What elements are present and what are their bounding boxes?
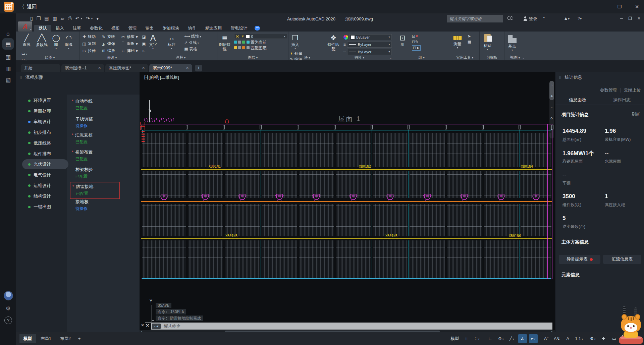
new-layout-button[interactable]: + [75, 336, 83, 341]
minimize-button[interactable]: ─ [598, 4, 606, 9]
close-tab-icon[interactable]: ✕ [98, 64, 101, 72]
ribbon-tab[interactable]: 智电设计 [226, 25, 252, 32]
process-step[interactable]: 初步排布 [16, 127, 70, 137]
layer-dropdown[interactable]: ⦿ ☀ 0 ▾ [234, 34, 287, 39]
login-caret-icon[interactable]: ▾ [543, 16, 545, 19]
object-color-dropdown[interactable]: ByLayer▾ [350, 34, 392, 40]
element-section-title[interactable]: 元素信息 [561, 272, 580, 278]
annotation-autoscale-toggle[interactable]: A↯ [553, 334, 561, 343]
viewport-visual-style-control[interactable]: [二维线框] [160, 75, 179, 80]
library-icon[interactable]: ▥ [0, 64, 16, 74]
array-button[interactable]: ∷阵列▾ [121, 47, 142, 54]
linear-dim-button[interactable]: ⟷ 线性▾ [184, 34, 201, 39]
match-layer-button[interactable]: 匹配图层 [234, 46, 287, 50]
projects-icon[interactable]: ▤ [0, 40, 16, 50]
table-button[interactable]: ▦ 表格 [184, 47, 201, 51]
fillet-button[interactable]: ⌒圆角▾ [121, 40, 142, 47]
polyline-button[interactable]: ╱╲ 多段线 [34, 33, 50, 47]
view-expand-icon[interactable]: ⌄ [522, 57, 525, 60]
ortho-mode-toggle[interactable]: ∟ [486, 334, 495, 343]
base-point-button[interactable]: 基点▾ [504, 33, 520, 52]
process-step[interactable]: 低压线路 [16, 138, 70, 148]
process-substep[interactable]: *防雷接地已配置 [70, 182, 120, 199]
ribbon-tab[interactable]: 视图 [107, 25, 124, 32]
parameter-manage-link[interactable]: 参数管理 [600, 88, 617, 93]
tab-info-panel[interactable]: 信息面板 [555, 96, 600, 105]
command-close-icon[interactable]: ✕ [141, 323, 144, 328]
rotate-button[interactable]: ↻旋转 [101, 33, 121, 40]
snap-mode-toggle[interactable]: ∷▾ [473, 334, 482, 343]
mirror-button[interactable]: ◭镜像 [101, 40, 121, 47]
settings-gear-icon[interactable]: ⚙ [0, 304, 16, 314]
properties-group-label[interactable]: 特性▾ [326, 55, 393, 60]
process-substep[interactable]: *桥架布置已配置 [72, 149, 125, 162]
process-step[interactable]: 运维设计 [16, 181, 70, 191]
home-icon[interactable]: ⌂ [0, 29, 16, 39]
ribbon-tab[interactable]: 插入 [51, 25, 68, 32]
zoom-icon[interactable]: ⌕ [549, 106, 554, 109]
process-step[interactable]: 屋面处理 [16, 106, 70, 116]
process-step[interactable]: 环境设置 [16, 96, 70, 106]
trim-button[interactable]: ✂修剪▾ [121, 33, 142, 40]
viewport-view-control[interactable]: [俯视] [149, 75, 159, 80]
ribbon-tab[interactable]: 协作 [184, 25, 201, 32]
process-substep[interactable]: *自动串线已配置 [72, 98, 125, 111]
autodesk-account-icon[interactable]: ▲▾ [564, 16, 570, 21]
layout-tab[interactable]: 布局1 [37, 334, 55, 343]
ribbon-tab[interactable]: 参数化 [86, 25, 107, 32]
process-substep[interactable]: *汇流复核已配置 [72, 132, 125, 145]
process-step[interactable]: 组件排布 [16, 149, 70, 159]
command-prompt-icon[interactable]: ▭▾ [152, 324, 161, 329]
model-space-label[interactable]: 模型 [450, 334, 460, 343]
ribbon-tab[interactable]: 附加模块 [158, 25, 184, 32]
text-button[interactable]: A 文字▾ [144, 33, 162, 50]
annotation-scale-toggle[interactable]: 1:1▾ [574, 334, 584, 343]
annotate-group-label[interactable]: 注释▾ [144, 55, 217, 60]
paste-button[interactable]: 粘贴▾ [480, 33, 495, 51]
pan-icon[interactable]: ✚ [549, 95, 554, 98]
block-group-label[interactable]: 块▾ [288, 55, 326, 60]
process-step[interactable]: 结构设计 [16, 191, 70, 201]
orbit-icon[interactable]: ⟳ [549, 117, 554, 120]
acad-restore-button[interactable]: ❐ [628, 16, 632, 21]
group-edit-button[interactable]: ⊡✎ [412, 40, 421, 44]
tab-operation-log[interactable]: 操作日志 [600, 96, 644, 105]
dimension-button[interactable]: ↔ 标注▾ [163, 33, 180, 50]
isolate-objects-toggle[interactable]: ✚ [599, 334, 608, 343]
utilities-group-label[interactable]: 实用工具▾ [450, 55, 479, 60]
process-step[interactable]: 一键出图 [16, 202, 70, 212]
osnap-tracking-toggle[interactable]: ∠ [518, 334, 527, 343]
isodraft-toggle[interactable]: ╱▾ [507, 334, 516, 343]
process-step[interactable]: 电气设计 [16, 170, 70, 180]
ribbon-tab[interactable]: 管理 [124, 25, 141, 32]
process-step[interactable]: 光伏设计 [16, 159, 70, 169]
draw-group-label[interactable]: 绘图▾ [20, 55, 79, 60]
copy-button[interactable]: ◫复制 [82, 40, 101, 47]
process-substep[interactable]: 桥架校验已配置 [72, 167, 125, 179]
drawings-icon[interactable]: ▦ [0, 52, 16, 62]
layout-tab[interactable]: 模型 [19, 334, 36, 343]
help-menu-icon[interactable]: ?▾ [578, 16, 582, 21]
abnormal-prompt-button[interactable]: 异常提示表 [559, 255, 600, 264]
layer-properties-button[interactable]: ≣ 图层特性 [217, 33, 232, 51]
ungroup-button[interactable]: ⊡✕ [412, 34, 421, 39]
object-snap-toggle[interactable]: ⌐▾ [529, 334, 538, 343]
plugin-logo-icon[interactable] [4, 2, 14, 12]
acad-close-button[interactable]: ✕ [637, 16, 641, 21]
scale-button[interactable]: ⊞缩放 [101, 47, 121, 54]
scheme-section-title[interactable]: 主体方案信息 [561, 239, 589, 245]
stats-panel-header[interactable]: ⠿ 统计信息 [555, 72, 644, 83]
quick-calc-icon[interactable]: ▦ [468, 40, 471, 44]
move-button[interactable]: ✚移动 [82, 33, 101, 40]
group-button[interactable]: ⊡ 组 [396, 33, 409, 47]
drawing-canvas[interactable]: [-] [俯视] [二维线框] 屋面 1 XB01N1XB01N2XB01N4X… [140, 72, 555, 332]
file-tab[interactable]: 高压演示图*✕ [105, 64, 148, 72]
ribbon-tab[interactable]: 精选应用 [201, 25, 226, 32]
circle-button[interactable]: ◯ 圆▾ [51, 33, 61, 50]
properties-expand-icon[interactable]: ⌄ [389, 57, 392, 60]
login-button[interactable]: 登录 [524, 16, 537, 22]
match-properties-button[interactable]: ❖ 特性匹配 [326, 33, 341, 51]
search-binoculars-icon[interactable] [507, 16, 513, 21]
acad-minimize-button[interactable]: ─ [620, 16, 623, 21]
process-step[interactable]: 车棚设计 [16, 117, 70, 127]
